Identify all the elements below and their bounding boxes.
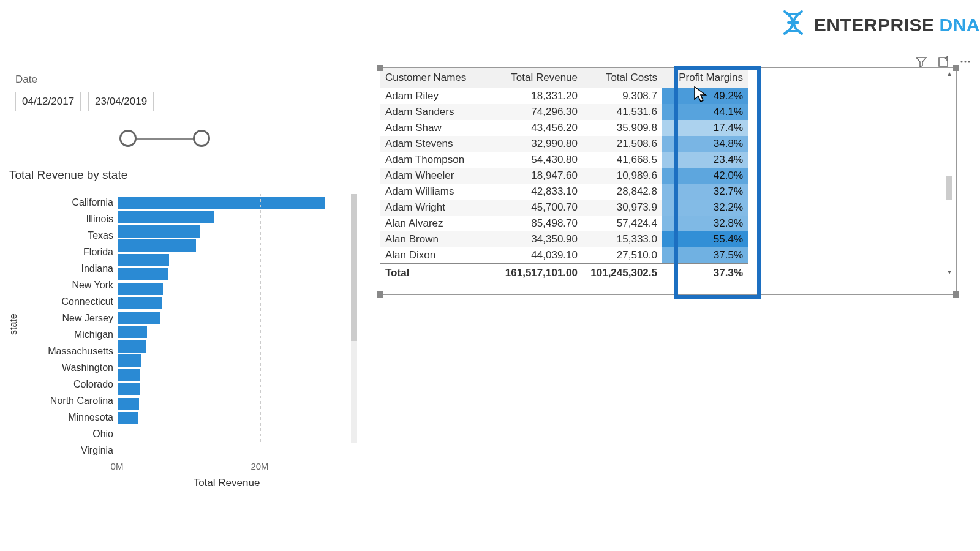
cell-profit-margin: 34.8%: [662, 136, 748, 152]
date-from-input[interactable]: 04/12/2017: [15, 92, 81, 111]
cell-customer-name: Alan Brown: [380, 231, 497, 247]
resize-handle-br[interactable]: [953, 291, 959, 298]
cell-revenue: 42,833.10: [497, 184, 582, 200]
bar[interactable]: [118, 268, 168, 280]
cell-cost: 10,989.6: [582, 168, 662, 184]
col-customer-names[interactable]: Customer Names: [380, 68, 497, 88]
table-total-row: Total 161,517,101.00 101,245,302.5 37.3%: [380, 264, 748, 281]
bar-label: New York: [72, 277, 113, 293]
bar-label: North Carolina: [50, 392, 113, 409]
table-row[interactable]: Alan Dixon44,039.1027,510.037.5%: [380, 247, 748, 264]
resize-handle-tl[interactable]: [377, 65, 383, 71]
bar-label: Virginia: [81, 442, 113, 459]
bar[interactable]: [118, 211, 214, 223]
cell-customer-name: Adam Shaw: [380, 120, 497, 136]
table-row[interactable]: Adam Riley18,331.209,308.749.2%: [380, 88, 748, 105]
brand-logo: ENTERPRISE DNA: [780, 9, 980, 40]
table-scrollbar[interactable]: ▴ ▾: [944, 69, 955, 276]
bar[interactable]: [118, 254, 169, 266]
cell-customer-name: Adam Stevens: [380, 136, 497, 152]
bar[interactable]: [118, 283, 163, 295]
cell-customer-name: Alan Alvarez: [380, 216, 497, 231]
col-total-revenue[interactable]: Total Revenue: [497, 68, 582, 88]
bar[interactable]: [118, 354, 141, 367]
bar-label: Michigan: [74, 326, 113, 343]
cell-revenue: 74,296.30: [497, 104, 582, 120]
slider-handle-to[interactable]: [193, 130, 210, 147]
col-total-costs[interactable]: Total Costs: [582, 68, 662, 88]
table-row[interactable]: Alan Alvarez85,498.7057,424.432.8%: [380, 216, 748, 231]
cell-cost: 30,973.9: [582, 200, 662, 216]
cell-profit-margin: 23.4%: [662, 152, 748, 168]
revenue-by-state-chart[interactable]: Total Revenue by state state CaliforniaI…: [9, 168, 346, 489]
bar-label: California: [72, 194, 113, 211]
date-slicer: Date 04/12/2017 23/04/2019: [15, 73, 236, 148]
date-range-slider[interactable]: [21, 130, 205, 148]
chart-scrollbar[interactable]: [351, 194, 357, 443]
table-row[interactable]: Adam Shaw43,456.2035,909.817.4%: [380, 120, 748, 136]
x-axis-title: Total Revenue: [107, 477, 346, 489]
bar[interactable]: [118, 340, 146, 353]
bar[interactable]: [118, 297, 162, 309]
cell-profit-margin: 32.7%: [662, 184, 748, 200]
scroll-down-icon[interactable]: ▾: [948, 268, 951, 276]
cell-customer-name: Adam Williams: [380, 184, 497, 200]
bar[interactable]: [118, 312, 160, 324]
bar[interactable]: [118, 369, 140, 381]
cell-revenue: 43,456.20: [497, 120, 582, 136]
cell-customer-name: Adam Sanders: [380, 104, 497, 120]
table-row[interactable]: Adam Stevens32,990.8021,508.634.8%: [380, 136, 748, 152]
scroll-up-icon[interactable]: ▴: [948, 69, 951, 78]
svg-point-6: [968, 61, 970, 62]
bar[interactable]: [118, 239, 196, 252]
gridline-20m: [260, 194, 262, 443]
col-profit-margins[interactable]: Profit Margins: [662, 68, 748, 88]
cell-revenue: 18,331.20: [497, 88, 582, 105]
cell-profit-margin: 44.1%: [662, 104, 748, 120]
table-row[interactable]: Adam Williams42,833.1028,842.832.7%: [380, 184, 748, 200]
slider-track: [128, 138, 202, 140]
focus-mode-icon[interactable]: [938, 56, 949, 67]
bar[interactable]: [118, 197, 325, 209]
date-to-input[interactable]: 23/04/2019: [88, 92, 154, 111]
cell-profit-margin: 37.5%: [662, 247, 748, 264]
cell-cost: 41,531.6: [582, 104, 662, 120]
dna-icon: [780, 9, 807, 40]
table-row[interactable]: Adam Thompson54,430.8041,668.523.4%: [380, 152, 748, 168]
bar[interactable]: [118, 412, 138, 424]
scroll-thumb[interactable]: [946, 176, 952, 200]
bar[interactable]: [118, 225, 200, 238]
bar[interactable]: [118, 326, 147, 338]
cell-cost: 9,308.7: [582, 88, 662, 105]
bar-label: Massachusetts: [48, 343, 113, 359]
customer-table-visual[interactable]: Customer Names Total Revenue Total Costs…: [380, 67, 957, 295]
cell-revenue: 34,350.90: [497, 231, 582, 247]
logo-text-1: ENTERPRISE: [814, 15, 935, 36]
total-costs: 101,245,302.5: [582, 264, 662, 281]
cell-customer-name: Alan Dixon: [380, 247, 497, 264]
total-label: Total: [380, 264, 497, 281]
slider-handle-from[interactable]: [119, 130, 137, 147]
table-row[interactable]: Adam Sanders74,296.3041,531.644.1%: [380, 104, 748, 120]
filter-icon[interactable]: [916, 56, 927, 67]
table-row[interactable]: Adam Wheeler18,947.6010,989.642.0%: [380, 168, 748, 184]
cell-revenue: 85,498.70: [497, 216, 582, 231]
svg-point-4: [960, 61, 962, 62]
cell-profit-margin: 32.2%: [662, 200, 748, 216]
table-header-row: Customer Names Total Revenue Total Costs…: [380, 68, 748, 88]
bar-label: Florida: [83, 244, 113, 260]
cell-revenue: 18,947.60: [497, 168, 582, 184]
cell-cost: 28,842.8: [582, 184, 662, 200]
svg-point-5: [964, 61, 966, 62]
cell-customer-name: Adam Thompson: [380, 152, 497, 168]
bar-label: Ohio: [92, 425, 113, 442]
bar[interactable]: [118, 383, 140, 395]
bar-label: Illinois: [86, 211, 113, 227]
resize-handle-bl[interactable]: [377, 291, 383, 298]
table-row[interactable]: Adam Wright45,700.7030,973.932.2%: [380, 200, 748, 216]
more-options-icon[interactable]: [960, 56, 971, 67]
bar[interactable]: [118, 398, 139, 410]
cell-profit-margin: 49.2%: [662, 88, 748, 105]
bar-label: Minnesota: [68, 409, 113, 425]
table-row[interactable]: Alan Brown34,350.9015,333.055.4%: [380, 231, 748, 247]
